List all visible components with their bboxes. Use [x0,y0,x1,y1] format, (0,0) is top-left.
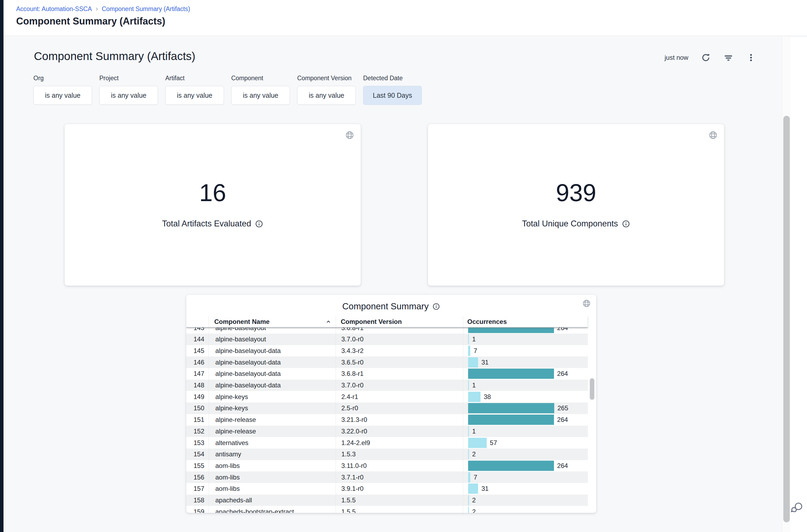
row-index: 150 [186,402,209,414]
row-index: 154 [186,449,209,460]
occurrences-value: 1 [472,336,476,343]
more-options-icon[interactable] [746,53,756,63]
component-version-cell: 2.5-r0 [336,402,463,414]
occurrences-cell: 38 [463,391,588,402]
row-index: 153 [186,437,209,449]
sort-asc-icon [325,319,331,325]
occurrences-cell: 2 [463,506,588,513]
component-name-cell: alpine-baselayout-data [209,345,336,357]
component-name-cell: apacheds-all [209,495,336,506]
page-scrollbar-thumb[interactable] [783,116,790,522]
filter-value-pill[interactable]: Last 90 Days [363,86,422,105]
globe-icon [709,131,718,140]
table-rows: 143alpine-baselayout3.6.8-r1264144alpine… [186,328,588,513]
table-row: 152alpine-release3.22.0-r01 [186,426,588,437]
row-index: 144 [186,334,209,345]
globe-icon [345,131,354,140]
component-version-cell: 3.4.3-r2 [336,345,463,357]
component-version-cell: 1.5.5 [336,506,463,513]
table-row: 149alpine-keys2.4-r138 [186,391,588,402]
row-index: 156 [186,471,209,483]
occurrences-bar [468,403,554,413]
component-name-cell: aom-libs [209,460,336,472]
breadcrumb-account-link[interactable]: Account: Automation-SSCA [16,5,92,13]
occurrences-bar [468,472,470,482]
occurrences-cell: 31 [463,357,588,368]
occurrences-cell: 264 [463,414,588,426]
component-name-cell: alpine-keys [209,402,336,414]
stat-label: Total Unique Components [522,219,618,229]
filter-group-component: Componentis any value [231,75,290,105]
occurrences-cell: 2 [463,495,588,506]
occurrences-bar [468,368,554,379]
occurrences-value: 264 [557,416,568,423]
occurrences-cell: 57 [463,437,588,449]
table-row: 159apacheds-bootstrap-extract1.5.52 [186,506,588,513]
occurrences-cell: 1 [463,334,588,345]
occurrences-value: 57 [490,439,497,446]
table-row: 153alternatives1.24-2.el957 [186,437,588,449]
filter-value-pill[interactable]: is any value [99,86,158,105]
occurrences-value: 7 [474,474,477,481]
breadcrumb-current-link[interactable]: Component Summary (Artifacts) [102,5,190,13]
row-index: 145 [186,345,209,357]
occurrences-value: 31 [481,485,488,492]
filter-value-pill[interactable]: is any value [231,86,290,105]
filter-value-pill[interactable]: is any value [33,86,92,105]
component-name-cell: alpine-baselayout [209,328,336,334]
nav-rail[interactable] [0,0,3,532]
table-row: 154antisamy1.5.32 [186,449,588,460]
table-header-row: Component Name Component Version Occurre… [186,316,588,328]
occurrences-bar [468,483,478,494]
stat-label: Total Artifacts Evaluated [162,219,251,229]
page-title: Component Summary (Artifacts) [16,16,165,27]
occurrences-value: 264 [557,370,568,378]
component-version-cell: 1.24-2.el9 [336,437,463,449]
occurrences-cell: 7 [463,345,588,357]
component-name-cell: alpine-baselayout-data [209,357,336,368]
component-version-cell: 3.7.0-r0 [336,380,463,391]
occurrences-cell: 265 [463,402,588,414]
component-version-cell: 2.4-r1 [336,391,463,402]
component-name-cell: aom-libs [209,471,336,483]
column-header-occurrences[interactable]: Occurrences [463,316,588,327]
row-index: 149 [186,391,209,402]
table-scrollbar-thumb[interactable] [590,378,594,400]
filter-label: Org [33,75,92,82]
chat-help-icon[interactable] [789,499,805,515]
row-index: 155 [186,460,209,472]
stat-value: 16 [64,179,361,206]
table-row: 158apacheds-all1.5.52 [186,495,588,506]
table-row: 146alpine-baselayout-data3.6.5-r031 [186,357,588,368]
occurrences-bar [468,438,487,448]
app-root: Account: Automation-SSCA › Component Sum… [0,0,807,532]
occurrences-cell: 264 [463,328,588,334]
refresh-icon[interactable] [701,53,711,63]
component-summary-card: Component Summary Component Name [186,295,596,513]
filter-value-pill[interactable]: is any value [165,86,224,105]
occurrences-bar [468,328,554,333]
filter-label: Artifact [165,75,224,82]
breadcrumb-chevron-icon: › [96,5,98,12]
filter-group-component-version: Component Versionis any value [297,75,356,105]
page-scrollbar[interactable] [782,37,791,532]
occurrences-bar [468,449,469,459]
table-row-clipped: 143alpine-baselayout3.6.8-r1264 [186,328,588,334]
info-icon[interactable] [255,220,263,228]
info-icon[interactable] [432,303,440,310]
component-name-cell: aom-libs [209,483,336,495]
info-icon[interactable] [622,220,630,228]
component-name-cell: alpine-baselayout [209,334,336,345]
filter-icon[interactable] [723,53,733,63]
occurrences-cell: 31 [463,483,588,495]
filter-bar: Orgis any valueProjectis any valueArtifa… [33,75,422,105]
occurrences-value: 264 [557,462,568,470]
column-header-component-version[interactable]: Component Version [336,316,463,327]
filter-label: Detected Date [363,75,422,82]
column-header-component-name[interactable]: Component Name [209,316,336,327]
component-version-cell: 3.7.0-r0 [336,334,463,345]
filter-value-pill[interactable]: is any value [297,86,356,105]
occurrences-bar [468,495,469,505]
row-index: 159 [186,506,209,513]
table-row: 156aom-libs3.7.1-r07 [186,471,588,483]
